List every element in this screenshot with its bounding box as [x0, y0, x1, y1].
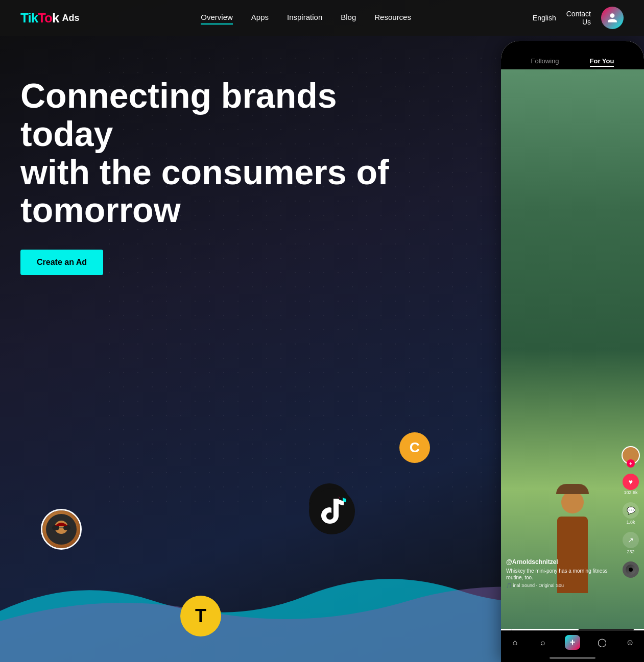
nav-link-resources[interactable]: Resources	[374, 13, 411, 23]
phone-progress-fill	[511, 629, 579, 630]
hero-title: Connecting brands todaywith the consumer…	[20, 77, 398, 229]
floating-tiktok-icon	[309, 488, 355, 534]
phone-share-icon: ↗	[623, 532, 639, 548]
phone-caption: Whiskey the mini-pony has a morning fitn…	[506, 568, 618, 581]
phone-username: @Arnoldschnitzel	[506, 558, 618, 566]
avatar-sunglasses-icon	[46, 514, 77, 545]
phone-search-icon[interactable]: ⌕	[537, 636, 549, 649]
avatar-face	[42, 510, 80, 548]
floating-topbuzz-icon: T	[180, 596, 221, 636]
phone-create-button[interactable]: +	[565, 635, 581, 650]
phone-tab-bar: Following For You	[501, 53, 644, 69]
phone-sound: 🎵 inal Sound · Original Sou	[506, 583, 618, 588]
phone-comment-action[interactable]: 💬 1.8k	[623, 502, 639, 525]
phone-creator-avatar: +	[622, 446, 640, 464]
tab-foryou[interactable]: For You	[590, 57, 614, 67]
hero-content: Connecting brands todaywith the consumer…	[0, 36, 419, 296]
phone-like-icon: ♥	[623, 474, 639, 490]
phone-music-disc	[623, 561, 639, 578]
floating-orange-circle: C	[399, 432, 430, 463]
language-selector[interactable]: English	[533, 14, 556, 22]
phone-user-info: @Arnoldschnitzel Whiskey the mini-pony h…	[506, 558, 618, 588]
phone-bottom-bar: ⌂ ⌕ + ◯ ☺	[501, 630, 644, 654]
phone-share-action[interactable]: ↗ 232	[623, 532, 639, 554]
phone-home-icon[interactable]: ⌂	[509, 636, 521, 649]
topbuzz-letter: T	[195, 605, 206, 627]
logo-tiktok: TikTok	[20, 10, 59, 26]
phone-profile-icon[interactable]: ☺	[624, 636, 636, 649]
tab-following[interactable]: Following	[531, 57, 559, 67]
tiktok-music-icon	[309, 488, 355, 534]
create-ad-button[interactable]: Create an Ad	[20, 250, 103, 275]
floating-avatar-1	[41, 509, 82, 550]
nav-link-inspiration[interactable]: Inspiration	[287, 13, 322, 23]
phone-actions: + ♥ 102.6k 💬 1.8k ↗ 232	[622, 446, 640, 578]
phone-progress-bar	[511, 629, 634, 630]
nav-link-blog[interactable]: Blog	[341, 13, 356, 23]
svg-point-7	[309, 488, 355, 534]
navigation: TikTok Ads Overview Apps Inspiration Blo…	[0, 0, 644, 36]
phone-video-area: @Arnoldschnitzel Whiskey the mini-pony h…	[501, 69, 644, 629]
hero-section: Connecting brands todaywith the consumer…	[0, 0, 644, 662]
phone-like-count: 102.6k	[624, 490, 637, 495]
nav-links: Overview Apps Inspiration Blog Resources	[201, 13, 411, 23]
phone-like-action[interactable]: ♥ 102.6k	[623, 474, 639, 495]
phone-home-indicator	[501, 654, 644, 662]
orange-letter: C	[410, 439, 420, 456]
phone-share-count: 232	[627, 549, 634, 554]
nav-link-apps[interactable]: Apps	[251, 13, 269, 23]
phone-inbox-icon[interactable]: ◯	[596, 636, 608, 649]
user-avatar[interactable]	[601, 7, 624, 29]
phone-comment-count: 1.8k	[626, 520, 635, 525]
nav-right: English ContactUs	[533, 7, 624, 29]
phone-notch	[501, 41, 644, 53]
user-icon	[607, 12, 618, 23]
logo[interactable]: TikTok Ads	[20, 10, 79, 26]
contact-us-link[interactable]: ContactUs	[566, 10, 591, 26]
phone-comment-icon: 💬	[623, 502, 639, 519]
logo-ads: Ads	[62, 13, 79, 23]
nav-link-overview[interactable]: Overview	[201, 13, 233, 23]
phone-mockup: Following For You @Arnoldschnitzel Whisk…	[501, 41, 644, 662]
